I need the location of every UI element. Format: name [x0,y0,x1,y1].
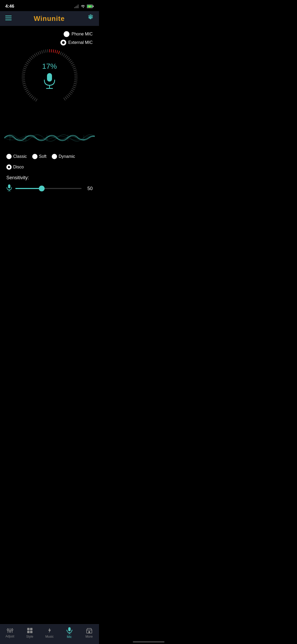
svg-rect-10 [5,20,12,20]
svg-line-81 [67,96,68,98]
svg-line-37 [30,58,31,60]
svg-line-72 [74,81,77,82]
dynamic-radio[interactable] [52,154,57,159]
classic-label: Classic [13,154,27,159]
svg-rect-1 [76,6,76,8]
status-time: 4:46 [5,4,14,9]
external-mic-option[interactable]: External MIC [60,40,93,45]
svg-line-23 [23,83,25,84]
svg-line-74 [73,85,76,86]
svg-line-46 [45,50,46,52]
svg-line-71 [74,80,77,80]
svg-line-80 [68,94,70,96]
svg-line-15 [31,96,33,98]
sensitivity-label: Sensitivity: [6,175,93,181]
phone-mic-option[interactable]: Phone MIC [64,31,93,37]
slider-thumb[interactable] [39,186,45,191]
svg-line-59 [68,58,69,60]
svg-line-57 [65,55,66,57]
svg-line-30 [23,70,25,71]
svg-line-45 [44,50,44,53]
classic-radio[interactable] [6,154,12,159]
wifi-icon [81,4,85,8]
dynamic-label: Dynamic [59,154,75,159]
disco-radio-dot [8,166,10,168]
svg-line-75 [73,87,75,88]
settings-icon[interactable] [87,14,94,23]
external-mic-radio-dot [62,41,65,44]
sensitivity-section: Sensitivity: 50 [4,175,95,193]
svg-line-56 [63,54,65,56]
svg-line-34 [26,63,28,64]
svg-line-76 [72,89,74,90]
style-dynamic[interactable]: Dynamic [52,154,75,159]
svg-point-11 [6,16,6,16]
style-classic[interactable]: Classic [6,154,27,159]
svg-rect-9 [5,17,12,18]
waveform-svg [4,127,95,149]
phone-mic-radio[interactable] [64,31,69,37]
svg-line-42 [38,52,39,54]
svg-line-44 [41,50,42,53]
svg-line-73 [74,83,77,84]
svg-rect-84 [47,73,52,82]
svg-line-65 [73,68,76,69]
svg-line-16 [29,94,31,96]
svg-line-12 [36,99,37,101]
menu-icon[interactable] [5,16,12,22]
meter-percent: 17% [42,62,57,71]
svg-line-40 [34,54,36,56]
svg-line-61 [70,61,72,63]
disco-radio[interactable] [6,164,12,170]
svg-rect-2 [77,6,77,8]
svg-line-83 [64,98,65,100]
svg-line-82 [65,97,67,99]
waveform [4,127,95,149]
svg-line-67 [74,72,77,72]
svg-line-52 [57,50,58,53]
svg-line-68 [74,74,77,74]
svg-line-18 [27,91,29,93]
svg-line-32 [24,66,26,67]
svg-line-55 [62,53,63,55]
svg-line-29 [22,72,25,72]
svg-line-53 [58,51,59,54]
svg-text:⚡: ⚡ [88,6,91,8]
style-disco[interactable]: Disco [6,164,24,170]
svg-line-31 [23,68,26,69]
sensitivity-row: 50 [6,184,93,193]
mic-small-icon [6,184,12,191]
style-soft[interactable]: Soft [32,154,46,159]
svg-line-49 [51,49,51,52]
svg-line-24 [22,81,25,82]
svg-line-22 [23,85,26,86]
sensitivity-mic-icon [6,184,12,193]
svg-line-21 [24,87,26,88]
disco-label: Disco [13,165,24,169]
svg-line-60 [69,59,71,61]
meter-container: 17% [4,48,95,106]
svg-line-35 [27,61,29,63]
svg-line-20 [25,89,27,90]
main-content: Phone MIC External MIC 17% [0,26,99,224]
svg-line-41 [36,53,37,55]
svg-rect-101 [8,185,11,188]
hamburger-icon [5,16,12,20]
svg-line-43 [40,51,41,54]
svg-line-77 [71,90,73,91]
svg-rect-8 [5,16,12,16]
external-mic-label: External MIC [68,40,93,45]
svg-line-13 [34,98,36,100]
svg-line-50 [53,50,53,52]
battery-icon: ⚡ [87,4,94,8]
sensitivity-value: 50 [85,186,93,191]
svg-line-78 [70,91,72,93]
status-bar: 4:46 ⚡ [0,0,99,11]
svg-line-36 [28,59,30,61]
signal-icon [74,4,79,8]
status-icons: ⚡ [74,4,94,8]
svg-line-28 [22,74,25,74]
soft-radio[interactable] [32,154,37,159]
external-mic-radio[interactable] [60,40,66,45]
sensitivity-slider[interactable] [15,188,82,189]
